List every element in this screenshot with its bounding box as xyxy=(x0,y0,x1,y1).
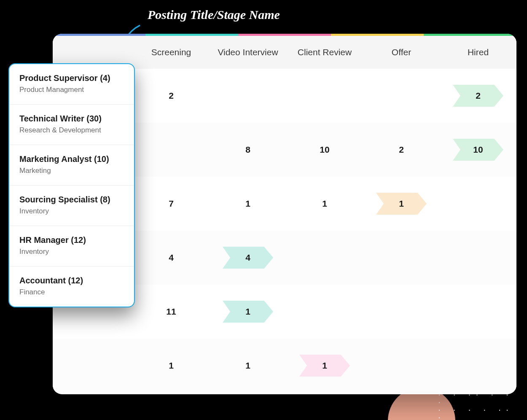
cell-count: 10 xyxy=(320,145,329,155)
cell-count: 4 xyxy=(169,253,174,263)
pipeline-cell[interactable]: 11 xyxy=(133,307,210,317)
posting-department: Research & Development xyxy=(19,126,124,135)
posting-title: Technical Writer (30) xyxy=(19,114,124,124)
cell-count: 7 xyxy=(169,199,174,209)
posting-department: Marketing xyxy=(19,167,124,175)
pipeline-cell[interactable]: 1 xyxy=(363,193,440,215)
pipeline-cell[interactable]: 8 xyxy=(210,145,286,155)
pipeline-cell[interactable]: 2 xyxy=(133,91,210,101)
pipeline-cell[interactable]: 1 xyxy=(286,355,363,377)
posting-department: Product Managment xyxy=(19,86,124,94)
decor-dots: · · ·· · · ·· · · · ·· · ·· · · · · xyxy=(438,391,514,419)
posting-title: Sourcing Specialist (8) xyxy=(19,195,124,205)
pipeline-row: 111 xyxy=(53,339,516,393)
pipeline-cell[interactable]: 1 xyxy=(133,361,210,371)
posting-item[interactable]: Marketing Analyst (10)Marketing xyxy=(9,145,134,186)
pipeline-cell[interactable]: 2 xyxy=(363,145,440,155)
posting-title: Accountant (12) xyxy=(19,276,124,285)
cell-count: 2 xyxy=(399,145,404,155)
pipeline-cell[interactable]: 1 xyxy=(286,199,363,209)
posting-item[interactable]: Technical Writer (30)Research & Developm… xyxy=(9,105,134,145)
stage-chevron[interactable]: 1 xyxy=(223,301,273,323)
pipeline-cell[interactable]: 4 xyxy=(210,247,286,269)
cell-count: 1 xyxy=(245,199,250,209)
cell-count: 1 xyxy=(322,199,327,209)
posting-department: Inventory xyxy=(19,248,124,256)
stage-header[interactable]: Client Review xyxy=(286,47,363,57)
posting-department: Finance xyxy=(19,288,124,296)
posting-item[interactable]: Product Supervisor (4)Product Managment xyxy=(9,64,134,105)
posting-item[interactable]: Sourcing Specialist (8)Inventory xyxy=(9,186,134,226)
cell-count: 8 xyxy=(245,145,250,155)
stage-header[interactable]: Screening xyxy=(133,47,210,57)
pipeline-cell[interactable]: 1 xyxy=(210,361,286,371)
stage-chevron[interactable]: 1 xyxy=(376,193,427,215)
cell-count: 1 xyxy=(169,361,174,371)
posting-item[interactable]: HR Manager (12)Inventory xyxy=(9,226,134,267)
pipeline-cell[interactable]: 10 xyxy=(286,145,363,155)
pipeline-cell[interactable]: 4 xyxy=(133,253,210,263)
pipeline-cell[interactable]: 7 xyxy=(133,199,210,209)
posting-title: Marketing Analyst (10) xyxy=(19,154,124,164)
pipeline-cell[interactable]: 1 xyxy=(210,199,286,209)
stage-header[interactable]: Hired xyxy=(440,47,516,57)
stage-chevron[interactable]: 4 xyxy=(223,247,273,269)
posting-title: HR Manager (12) xyxy=(19,235,124,245)
cell-count: 1 xyxy=(245,361,250,371)
postings-sidebar: Product Supervisor (4)Product ManagmentT… xyxy=(8,63,135,307)
posting-item[interactable]: Accountant (12)Finance xyxy=(9,267,134,307)
stage-chevron[interactable]: 2 xyxy=(453,85,503,107)
stage-header[interactable]: Video Interview xyxy=(210,47,286,57)
pipeline-cell[interactable]: 10 xyxy=(440,139,516,161)
cell-count: 2 xyxy=(169,91,174,101)
stage-header[interactable]: Offer xyxy=(363,47,440,57)
stage-color-bar xyxy=(53,34,516,36)
pipeline-cell[interactable]: 2 xyxy=(440,85,516,107)
stage-chevron[interactable]: 10 xyxy=(453,139,503,161)
posting-department: Inventory xyxy=(19,207,124,215)
stage-chevron[interactable]: 1 xyxy=(299,355,350,377)
posting-title: Product Supervisor (4) xyxy=(19,73,124,83)
annotation-label: Posting Title/Stage Name xyxy=(148,8,280,22)
cell-count: 11 xyxy=(166,307,176,317)
pipeline-cell[interactable]: 1 xyxy=(210,301,286,323)
